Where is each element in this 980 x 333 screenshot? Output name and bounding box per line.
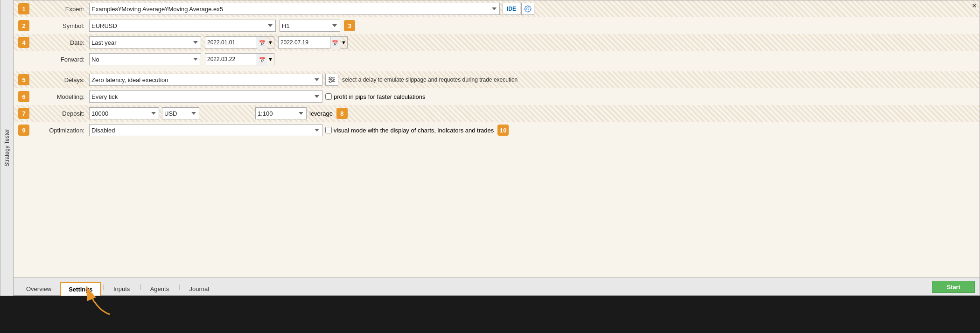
badge-10: 10 (497, 125, 509, 136)
currency-select[interactable]: USD (162, 107, 199, 119)
symbol-row: 2 Symbol: EURUSD H1 3 (14, 17, 980, 34)
date-from-arrow[interactable]: ▼ (267, 37, 274, 48)
optimization-select[interactable]: Disabled (89, 124, 322, 136)
svg-point-5 (329, 81, 331, 83)
leverage-label: leverage (309, 110, 333, 117)
gear-button[interactable] (521, 3, 534, 15)
bottom-area (0, 296, 980, 333)
expert-label: Expert: (33, 6, 89, 13)
delays-label: Delays: (33, 76, 89, 83)
deposit-row: 7 Deposit: 10000 USD 1:100 leverage 8 (14, 105, 980, 122)
leverage-select[interactable]: 1:100 (255, 107, 307, 119)
optimization-checkbox[interactable] (325, 127, 332, 133)
gear-icon (524, 5, 532, 13)
badge-8: 8 (336, 108, 348, 119)
badge-1: 1 (18, 3, 29, 14)
date-to-field: 2022.07.19 📅 ▼ (278, 36, 348, 49)
forward-select[interactable]: No (89, 53, 201, 65)
strategy-tester-side-tab[interactable]: Strategy Tester (0, 0, 13, 296)
optimization-label: Optimization: (33, 127, 89, 134)
modelling-select[interactable]: Every tick (89, 90, 322, 103)
date-label: Date: (33, 39, 89, 46)
date-from-input[interactable]: 2022.01.01 (205, 37, 257, 48)
date-to-arrow[interactable]: ▼ (340, 37, 347, 48)
date-preset-select[interactable]: Last year (89, 36, 201, 49)
svg-point-4 (332, 79, 334, 81)
badge-3: 3 (344, 20, 355, 31)
deposit-select[interactable]: 10000 (89, 107, 159, 119)
svg-point-3 (329, 77, 331, 79)
settings-tab-arrow (72, 282, 128, 319)
symbol-select[interactable]: EURUSD (89, 20, 276, 32)
ide-button[interactable]: IDE (503, 3, 520, 15)
tab-sep-3: | (178, 280, 181, 293)
modelling-label: Modelling: (33, 93, 89, 100)
modelling-row: 6 Modelling: Every tick profit in pips f… (14, 88, 980, 105)
badge-2: 2 (18, 20, 29, 31)
tab-journal[interactable]: Journal (182, 282, 217, 295)
period-select[interactable]: H1 (280, 20, 340, 32)
optimization-checkbox-area: visual mode with the display of charts, … (325, 127, 494, 134)
date-from-field: 2022.01.01 📅 ▼ (205, 36, 274, 49)
forward-row: Forward: No 2022.03.22 📅 ▼ (14, 51, 980, 68)
forward-date-arrow[interactable]: ▼ (267, 54, 274, 65)
symbol-label: Symbol: (33, 22, 89, 29)
badge-5: 5 (18, 74, 29, 85)
tab-overview[interactable]: Overview (18, 282, 59, 295)
tab-agents[interactable]: Agents (142, 282, 177, 295)
modelling-checkbox[interactable] (325, 93, 332, 100)
delays-helper-text: select a delay to emulate slippage and r… (342, 76, 518, 83)
date-from-calendar-icon[interactable]: 📅 (257, 37, 267, 49)
delays-icon-button[interactable] (325, 74, 338, 86)
delays-select[interactable]: Zero latency, ideal execution (89, 74, 322, 86)
optimization-checkbox-label: visual mode with the display of charts, … (334, 127, 494, 134)
forward-label: Forward: (33, 56, 89, 63)
date-to-calendar-icon[interactable]: 📅 (330, 37, 340, 49)
tab-sep-2: | (139, 280, 142, 293)
modelling-checkbox-area: profit in pips for faster calculations (325, 93, 426, 100)
forward-calendar-icon[interactable]: 📅 (257, 54, 267, 66)
date-to-input[interactable]: 2022.07.19 (279, 37, 330, 48)
badge-7: 7 (18, 108, 29, 119)
forward-date-input[interactable]: 2022.03.22 (205, 54, 257, 65)
forward-date-field: 2022.03.22 📅 ▼ (205, 53, 274, 65)
optimization-row: 9 Optimization: Disabled visual mode wit… (14, 122, 980, 139)
deposit-label: Deposit: (33, 110, 89, 117)
delays-row: 5 Delays: Zero latency, ideal execution (14, 71, 980, 88)
delays-settings-icon (328, 76, 336, 83)
expert-select[interactable]: Examples¥Moving Average¥Moving Average.e… (89, 3, 500, 15)
badge-6: 6 (18, 91, 29, 102)
date-row: 4 Date: Last year 2022.01.01 📅 ▼ 2022.07… (14, 34, 980, 51)
badge-9: 9 (18, 125, 29, 136)
modelling-checkbox-label: profit in pips for faster calculations (334, 93, 426, 100)
expert-row: 1 Expert: Examples¥Moving Average¥Moving… (14, 0, 980, 17)
start-button[interactable]: Start (932, 281, 975, 293)
tabs-bar: Overview Settings | Inputs | Agents | Jo… (14, 278, 980, 295)
badge-4: 4 (18, 37, 29, 48)
